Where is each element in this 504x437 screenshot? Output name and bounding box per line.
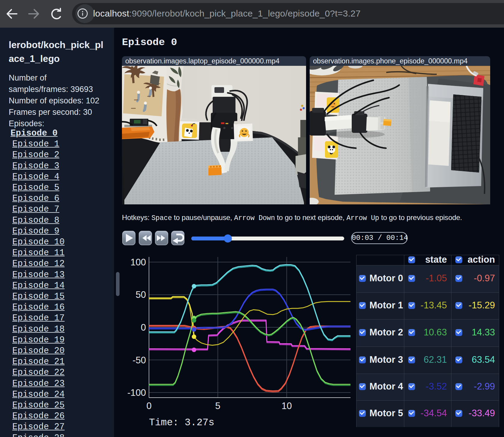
svg-text:-50: -50 xyxy=(132,355,146,365)
svg-text:0: 0 xyxy=(146,401,151,411)
svg-text:0: 0 xyxy=(141,322,146,333)
svg-text:-100: -100 xyxy=(127,387,146,398)
svg-text:5: 5 xyxy=(215,401,220,411)
svg-text:10: 10 xyxy=(281,401,292,411)
svg-text:50: 50 xyxy=(136,289,146,300)
svg-text:100: 100 xyxy=(130,257,146,267)
svg-text:Time: 3.27s: Time: 3.27s xyxy=(149,417,214,428)
